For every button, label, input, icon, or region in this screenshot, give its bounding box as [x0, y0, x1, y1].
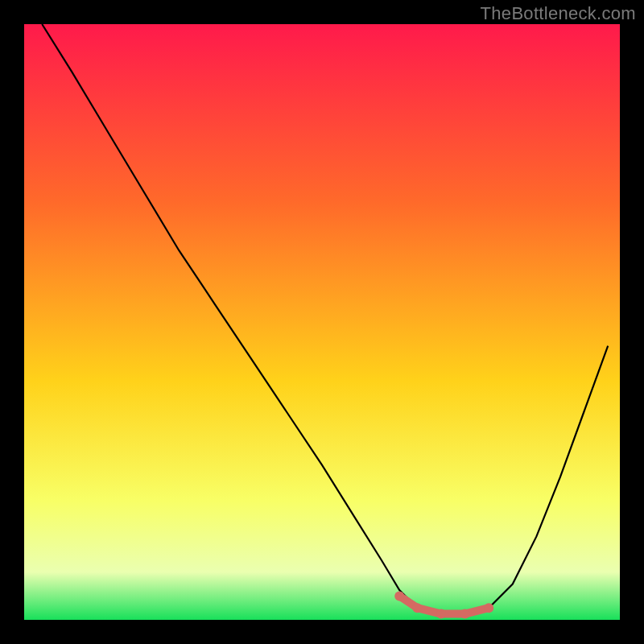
valley-dot: [412, 603, 422, 613]
watermark-text: TheBottleneck.com: [481, 3, 636, 24]
chart-frame: TheBottleneck.com: [0, 0, 644, 644]
valley-dot: [484, 603, 493, 613]
plot-area: [24, 24, 620, 620]
valley-dot: [394, 591, 404, 601]
valley-dot: [436, 609, 446, 619]
valley-dot: [460, 609, 470, 619]
gradient-background: [24, 24, 620, 620]
bottleneck-chart: [24, 24, 620, 620]
